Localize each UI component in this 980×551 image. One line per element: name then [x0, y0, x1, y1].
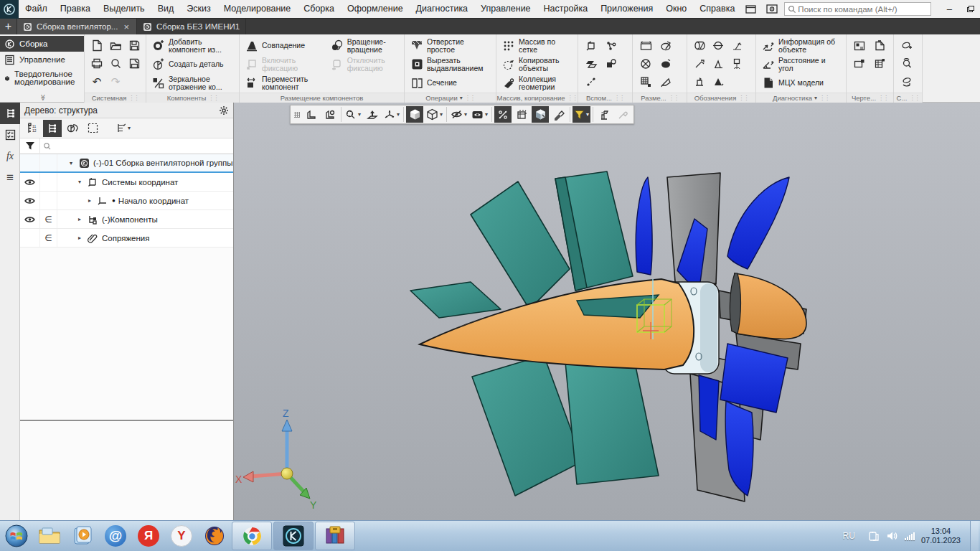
spec-view-button[interactable] — [898, 55, 915, 72]
drawing-view-button[interactable] — [851, 55, 868, 72]
zoom-area-button[interactable]: ▾ — [344, 106, 362, 123]
copy-objects-button[interactable]: Копировать объекты — [499, 55, 575, 73]
variables-panel-tab[interactable]: fx — [0, 146, 20, 167]
spec-sync-button[interactable] — [898, 73, 915, 90]
expander-icon[interactable]: ▾ — [67, 160, 75, 166]
new-sheet-button[interactable] — [871, 37, 888, 55]
open-document-button[interactable] — [107, 37, 124, 55]
menu-view[interactable]: Вид — [151, 0, 181, 18]
base-leader-button[interactable] — [728, 37, 745, 55]
tree-by-structure-button[interactable] — [43, 120, 62, 137]
tree-by-order-button[interactable]: 1112 — [23, 120, 42, 137]
tree-area-select-button[interactable] — [83, 120, 102, 137]
network-signal-icon[interactable] — [905, 532, 915, 540]
rotation-rotation-mate-button[interactable]: Вращение-вращение — [328, 37, 401, 55]
expander-icon[interactable]: ▸ — [76, 216, 83, 222]
leader-e-button[interactable] — [691, 55, 708, 72]
new-document-tab-button[interactable]: + — [0, 19, 17, 34]
axis-through-points-button[interactable] — [583, 73, 600, 90]
command-search[interactable] — [784, 2, 931, 16]
move-component-button[interactable]: Переместить компонент — [242, 74, 324, 92]
cylinder-note-button[interactable] — [691, 37, 708, 55]
coincidence-mate-button[interactable]: Совпадение — [242, 37, 324, 55]
disable-fixation-button[interactable]: Отключить фиксацию — [328, 55, 401, 73]
taskbar-explorer-icon[interactable] — [33, 522, 66, 550]
save-as-button[interactable] — [126, 55, 143, 72]
tree-row-components[interactable]: ∈ ▸ (-)Компоненты — [20, 210, 233, 229]
tree-row-coordinate-systems[interactable]: ▾ Системы координат — [20, 173, 233, 192]
expander-icon[interactable]: ▾ — [76, 179, 83, 185]
print-button[interactable] — [88, 55, 105, 72]
report-table-button[interactable] — [871, 55, 888, 72]
taskbar-firefox-icon[interactable] — [198, 522, 231, 550]
shaded-display-button[interactable] — [406, 106, 423, 123]
include-element-icon[interactable]: ∈ — [40, 210, 57, 228]
taskbar-yandex-browser-icon[interactable]: Y — [165, 522, 198, 550]
visibility-eye-icon[interactable] — [20, 210, 40, 228]
command-search-input[interactable] — [796, 4, 928, 14]
toolbar-grip-handle[interactable] — [292, 106, 302, 123]
menu-help[interactable]: Справка — [693, 0, 741, 18]
expander-icon[interactable]: ▸ — [76, 235, 83, 241]
menu-settings[interactable]: Настройка — [537, 0, 595, 18]
menu-diagnostics[interactable]: Диагностика — [410, 0, 474, 18]
tail-cone-orange[interactable] — [730, 273, 806, 339]
tree-search-input[interactable] — [55, 139, 233, 154]
through-hole-note-button[interactable] — [710, 37, 727, 55]
group-caret-icon[interactable]: ▾ — [460, 95, 463, 101]
radial-dimension-button[interactable] — [637, 55, 654, 72]
angle-dimension-button[interactable] — [657, 55, 674, 72]
menu-applications[interactable]: Приложения — [594, 0, 659, 18]
fan-assembly-model[interactable]: Z X Y — [234, 103, 980, 520]
action-center-icon[interactable] — [868, 531, 880, 542]
tree-row-origin[interactable]: ▸ ● Начало координат — [20, 192, 233, 210]
volume-icon[interactable] — [886, 531, 898, 541]
geometry-collection-button[interactable]: Коллекция геометрии — [499, 74, 575, 92]
position-mark-button[interactable] — [691, 73, 708, 90]
include-element-icon[interactable]: ∈ — [40, 229, 57, 247]
normal-to-button[interactable] — [364, 106, 381, 123]
screen-settings-icon[interactable] — [763, 2, 781, 17]
plane-offset-button[interactable] — [583, 55, 600, 72]
tab-assembly-fan[interactable]: Сборка вентилятор... × — [17, 19, 137, 34]
taskbar-wmp-icon[interactable] — [66, 522, 99, 550]
hide-objects-button[interactable]: ▾ — [449, 106, 468, 123]
create-part-button[interactable]: Создать деталь — [149, 55, 236, 73]
enable-fixation-button[interactable]: Включить фиксацию — [242, 55, 324, 73]
menu-select[interactable]: Выделить — [97, 0, 151, 18]
tray-clock[interactable]: 13:04 07.01.2023 — [921, 527, 963, 545]
taskbar-kompas-icon[interactable] — [273, 522, 314, 550]
grid-array-button[interactable]: Массив по сетке — [499, 37, 575, 55]
object-info-button[interactable]: Информация об объекте — [759, 37, 843, 55]
mirror-component-button[interactable]: Зеркальное отражение ко... — [149, 74, 236, 92]
tree-relations-button[interactable] — [63, 120, 82, 137]
menu-layout[interactable]: Оформление — [341, 0, 410, 18]
tree-filter-funnel-icon[interactable] — [20, 138, 40, 154]
new-document-button[interactable] — [88, 37, 105, 55]
mcx-model-button[interactable]: МЦХ модели — [759, 74, 843, 92]
panel-menu-button[interactable]: ≡ — [0, 167, 20, 189]
sketch-plane-alt-button[interactable] — [321, 106, 339, 123]
measure-tool-button[interactable] — [595, 106, 613, 123]
group-caret-icon[interactable]: ▾ — [814, 95, 817, 101]
graphics-viewport[interactable]: Z X Y ▾ ▾ ▾ ▾ ▾ ▾ — [234, 103, 980, 520]
save-button[interactable] — [126, 37, 143, 55]
parameters-panel-tab[interactable] — [0, 124, 20, 146]
visibility-eye-icon[interactable] — [20, 192, 40, 209]
add-component-button[interactable]: Добавить компонент из... — [149, 37, 236, 55]
tree-filter-list-button[interactable]: ▾ — [109, 120, 138, 137]
grid-dimension-button[interactable] — [637, 73, 654, 90]
start-button[interactable] — [0, 522, 33, 550]
eyedropper-button[interactable] — [614, 106, 631, 123]
quick-display-button[interactable] — [532, 106, 549, 123]
expander-icon[interactable]: ▸ — [86, 197, 93, 204]
control-points-button[interactable] — [603, 37, 620, 55]
tab-close-icon[interactable]: × — [122, 22, 131, 32]
menu-edit[interactable]: Правка — [54, 0, 97, 18]
distance-angle-button[interactable]: Расстояние и угол — [759, 55, 843, 73]
taskbar-yandex-icon[interactable]: Я — [132, 522, 165, 550]
taskbar-chrome-icon[interactable] — [232, 522, 272, 550]
tree-settings-gear-icon[interactable] — [219, 105, 229, 116]
tab-assembly-noname[interactable]: Сборка БЕЗ ИМЕНИ1 — [137, 19, 246, 34]
show-desktop-button[interactable] — [970, 521, 979, 551]
